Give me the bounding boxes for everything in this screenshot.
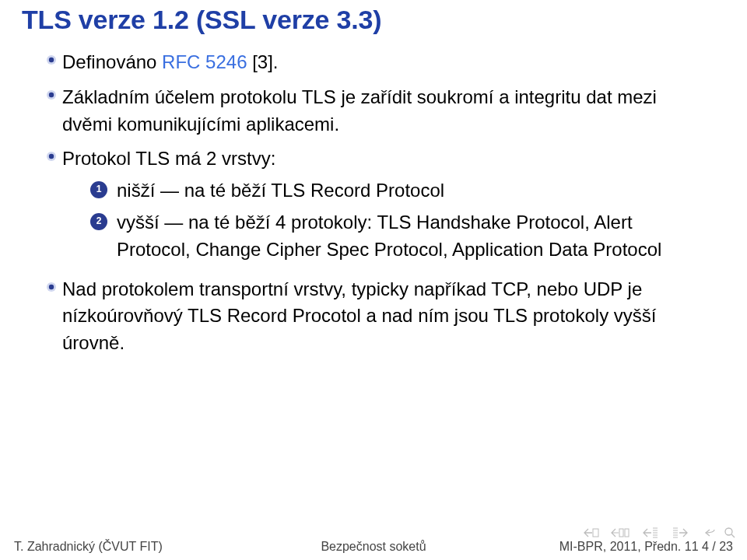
svg-point-11 [725, 528, 732, 535]
slide-content: Definováno RFC 5246 [3]. Základním účele… [0, 49, 747, 365]
rfc-link[interactable]: RFC 5246 [162, 51, 247, 72]
sub-item: 1 nišží — na té běží TLS Record Protocol [90, 177, 707, 205]
svg-point-3 [49, 93, 54, 97]
bullet-text: Protokol TLS má 2 vrstvy: [62, 145, 707, 173]
enum-disc-icon: 2 [90, 213, 107, 230]
sub-item: 2 vyšší — na té běží 4 protokoly: TLS Ha… [90, 209, 707, 264]
bullet-item: Protokol TLS má 2 vrstvy: 1 nišží — na t… [40, 145, 707, 268]
svg-rect-9 [619, 529, 623, 537]
bullet-body: Protokol TLS má 2 vrstvy: 1 nišží — na t… [62, 145, 707, 268]
svg-rect-8 [593, 529, 598, 537]
bullet-icon [40, 84, 62, 100]
svg-point-5 [49, 154, 54, 159]
svg-point-1 [49, 58, 54, 62]
bullet-icon [40, 49, 62, 65]
sub-list: 1 nišží — na té běží TLS Record Protocol… [62, 177, 707, 263]
footer-author: T. Zahradnický (ČVUT FIT) [14, 540, 254, 554]
footer-title: Bezpečnost soketů [254, 540, 493, 554]
bullet-icon [40, 145, 62, 162]
bullet-text: Základním účelem protokolu TLS je zařídi… [62, 84, 707, 138]
bullet-item: Nad protokolem transportní vrstvy, typic… [40, 276, 707, 357]
slide: TLS verze 1.2 (SSL verze 3.3) Definováno… [0, 0, 747, 560]
svg-point-7 [49, 284, 54, 289]
bullet-item: Definováno RFC 5246 [3]. [40, 49, 707, 76]
enum-disc-icon: 1 [90, 181, 107, 198]
bullet-item: Základním účelem protokolu TLS je zařídi… [40, 84, 707, 138]
footer: T. Zahradnický (ČVUT FIT) Bezpečnost sok… [0, 537, 747, 560]
footer-page: MI-BPR, 2011, Předn. 11 4 / 23 [493, 540, 733, 554]
svg-rect-10 [625, 529, 629, 537]
text-frag: Definováno [62, 51, 162, 72]
bullet-icon [40, 276, 62, 292]
slide-title: TLS verze 1.2 (SSL verze 3.3) [0, 0, 747, 49]
bullet-text: Definováno RFC 5246 [3]. [62, 49, 707, 76]
sub-item-text: vyšší — na té běží 4 protokoly: TLS Hand… [117, 209, 707, 264]
text-frag: [3]. [247, 51, 278, 72]
bullet-text: Nad protokolem transportní vrstvy, typic… [62, 276, 707, 357]
sub-item-text: nišží — na té běží TLS Record Protocol [117, 177, 707, 205]
